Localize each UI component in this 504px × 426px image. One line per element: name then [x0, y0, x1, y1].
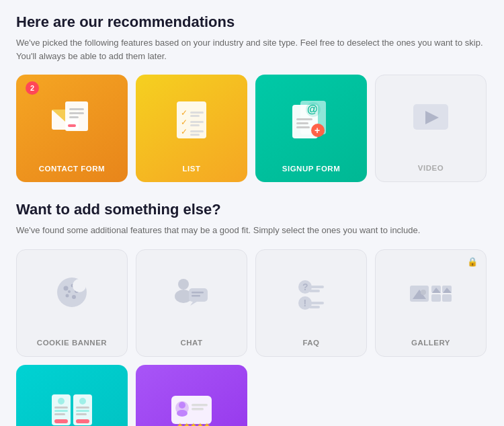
card-gallery[interactable]: 🔒 GALLERY — [375, 249, 487, 357]
svg-text:?: ? — [302, 282, 308, 292]
svg-text:!: ! — [304, 298, 307, 308]
svg-rect-68 — [76, 410, 89, 412]
contact-form-badge: 2 — [26, 81, 39, 95]
card-cookie-banner[interactable]: COOKIE BANNER — [16, 249, 128, 357]
svg-rect-67 — [76, 407, 89, 409]
faq-icon-area: ? ! — [256, 250, 366, 339]
svg-point-33 — [72, 295, 76, 299]
recommendations-cards-grid: 2 CONTACT FORM — [16, 75, 488, 182]
svg-rect-70 — [76, 419, 89, 423]
svg-point-73 — [179, 402, 185, 409]
additional-section: Want to add something else? We've found … — [16, 201, 488, 426]
cookie-banner-icon — [51, 273, 93, 315]
signup-form-label: SIGNUP FORM — [282, 165, 340, 173]
card-contact-form[interactable]: 2 CONTACT FORM — [16, 75, 128, 182]
svg-rect-45 — [309, 290, 320, 292]
card-testimonial[interactable]: ★★★★★ TESTIMONIAL — [136, 365, 247, 427]
svg-rect-23 — [296, 126, 310, 128]
svg-rect-5 — [69, 116, 79, 118]
svg-text:@: @ — [307, 103, 318, 115]
signup-form-icon: @ + — [287, 95, 335, 144]
svg-rect-57 — [431, 294, 441, 302]
gallery-icon — [407, 275, 454, 314]
svg-rect-61 — [54, 407, 68, 409]
svg-rect-3 — [69, 108, 84, 110]
faq-label: FAQ — [302, 339, 319, 347]
signup-form-icon-area: @ + — [255, 75, 367, 165]
svg-rect-9 — [190, 112, 204, 114]
svg-rect-44 — [309, 286, 324, 288]
list-label: LIST — [183, 165, 201, 173]
additional-title: Want to add something else? — [16, 201, 488, 218]
video-label: VIDEO — [418, 164, 444, 172]
svg-point-60 — [58, 398, 65, 404]
svg-text:★★★★★: ★★★★★ — [177, 421, 210, 426]
list-icon-area: ✓ ✓ ✓ — [136, 75, 247, 165]
card-faq[interactable]: ? ! FAQ — [255, 249, 367, 357]
card-chat[interactable]: CHAT — [136, 249, 247, 357]
svg-rect-62 — [54, 410, 68, 412]
svg-point-52 — [421, 290, 426, 295]
testimonial-icon-area: ★★★★★ — [136, 365, 247, 427]
gallery-label: GALLERY — [411, 339, 450, 347]
cookie-banner-icon-area — [17, 250, 127, 339]
svg-rect-41 — [192, 295, 200, 297]
svg-rect-48 — [309, 302, 324, 304]
svg-point-34 — [68, 290, 71, 293]
svg-rect-40 — [192, 292, 204, 294]
svg-point-36 — [178, 279, 189, 290]
recommendations-title: Here are our recommendations — [16, 13, 488, 31]
recommendations-section: Here are our recommendations We've picke… — [16, 13, 488, 182]
svg-text:✓: ✓ — [181, 118, 187, 127]
svg-point-74 — [177, 410, 187, 417]
svg-rect-10 — [190, 115, 200, 117]
svg-rect-22 — [296, 122, 308, 124]
svg-rect-13 — [190, 124, 200, 126]
gallery-lock-icon: 🔒 — [467, 257, 478, 267]
svg-rect-75 — [192, 404, 208, 407]
contact-form-label: CONTACT FORM — [39, 165, 105, 173]
additional-subtitle: We've found some additional features tha… — [16, 224, 488, 237]
svg-marker-39 — [190, 302, 197, 306]
svg-rect-63 — [54, 413, 65, 415]
svg-rect-16 — [190, 134, 200, 136]
video-icon-area — [376, 75, 486, 164]
svg-text:✓: ✓ — [181, 108, 187, 118]
svg-text:✓: ✓ — [181, 127, 187, 136]
svg-rect-76 — [192, 408, 204, 411]
svg-rect-4 — [69, 112, 84, 114]
svg-rect-58 — [442, 294, 452, 302]
testimonial-icon: ★★★★★ — [167, 388, 216, 426]
card-video[interactable]: VIDEO — [375, 75, 487, 182]
svg-point-66 — [79, 398, 86, 404]
svg-point-32 — [66, 294, 69, 297]
svg-rect-6 — [68, 124, 76, 127]
faq-icon: ? ! — [290, 273, 332, 315]
svg-point-35 — [73, 279, 86, 292]
svg-rect-69 — [76, 413, 87, 415]
pricing-table-icon — [48, 388, 96, 426]
cookie-banner-label: COOKIE BANNER — [37, 339, 107, 347]
svg-rect-21 — [296, 118, 312, 120]
svg-rect-15 — [190, 130, 204, 132]
chat-label: CHAT — [180, 339, 202, 347]
svg-point-29 — [64, 286, 69, 290]
card-signup-form[interactable]: @ + SIGNUP FORM — [255, 75, 367, 182]
card-pricing-table[interactable]: PRICING TABLE — [16, 365, 128, 427]
svg-text:+: + — [314, 125, 320, 136]
video-icon — [411, 101, 451, 138]
contact-form-icon — [48, 95, 95, 145]
svg-rect-64 — [54, 419, 68, 423]
recommendations-subtitle: We've picked the following features base… — [16, 36, 488, 62]
additional-cards-grid: COOKIE BANNER CHAT — [16, 249, 488, 427]
svg-rect-49 — [309, 306, 320, 308]
chat-icon — [169, 273, 214, 315]
card-list[interactable]: ✓ ✓ ✓ LIST — [136, 75, 247, 182]
chat-icon-area — [136, 250, 247, 339]
pricing-table-icon-area — [16, 365, 128, 427]
svg-rect-12 — [190, 121, 204, 123]
list-icon: ✓ ✓ ✓ — [171, 98, 212, 142]
